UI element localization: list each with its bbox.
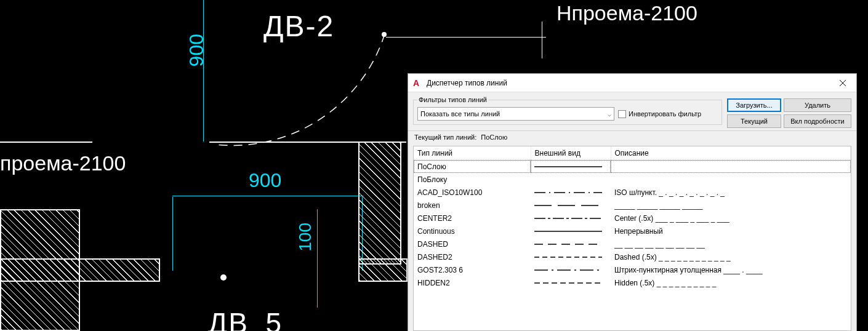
table-row[interactable]: ПоСлою — [414, 160, 851, 173]
linetype-name-cell: ПоБлоку — [414, 173, 531, 186]
table-row[interactable]: HIDDEN2Hidden (.5x) _ _ _ _ _ _ _ _ _ _ — [414, 276, 851, 289]
linetype-appearance-cell — [531, 250, 611, 263]
draw-line — [386, 37, 546, 38]
draw-line — [542, 22, 542, 58]
chevron-down-icon: ⌵ — [608, 111, 611, 118]
marker-dot — [382, 32, 387, 37]
linetype-description-cell: __ __ __ __ __ __ __ __ __ — [611, 237, 851, 250]
table-row[interactable]: broken_____ _____ _____ _____ — [414, 199, 851, 212]
dimension-900-horizontal: 900 — [249, 169, 281, 192]
button-column: Загрузить... Удалить Текущий Вкл подробн… — [727, 96, 851, 128]
linetype-table: Тип линий Внешний вид Описание ПоСлоюПоБ… — [414, 146, 851, 289]
linetype-description-cell — [611, 173, 851, 186]
linetype-name-cell: ACAD_ISO10W100 — [414, 186, 531, 199]
delete-button[interactable]: Удалить — [784, 98, 851, 112]
dimension-100: 100 — [295, 223, 315, 252]
filter-legend: Фильтры типов линий — [417, 96, 488, 103]
linetype-description-cell: Center (.5x) ___ _ ___ _ ___ _ ___ — [611, 212, 851, 225]
wall-hatch — [0, 258, 160, 282]
column-header-appearance[interactable]: Внешний вид — [531, 146, 611, 160]
table-row[interactable]: DASHED2Dashed (.5x) _ _ _ _ _ _ _ _ _ _ … — [414, 250, 851, 263]
details-button-label: Вкл подробности — [790, 118, 844, 125]
linetype-appearance-cell — [531, 263, 611, 276]
linetype-manager-dialog: A Диспетчер типов линий Фильтры типов ли… — [408, 73, 857, 331]
linetype-table-wrap: Тип линий Внешний вид Описание ПоСлоюПоБ… — [413, 146, 851, 331]
linetype-description-cell: ISO ш/пункт. _ . _ . _ . _ . _ . _ . _ — [611, 186, 851, 199]
linetype-appearance-cell — [531, 237, 611, 250]
checkbox-icon — [618, 110, 626, 118]
linetype-name-cell: HIDDEN2 — [414, 276, 531, 289]
table-row[interactable]: ContinuousНепрерывный — [414, 225, 851, 237]
linetype-name-cell: GOST2.303 6 — [414, 263, 531, 276]
table-row[interactable]: DASHED__ __ __ __ __ __ __ __ __ — [414, 237, 851, 250]
dim-line — [317, 209, 318, 308]
label-proema-right: Нпроема-2100 — [557, 1, 697, 25]
linetype-description-cell: Непрерывный — [611, 225, 851, 237]
draw-line — [0, 142, 92, 143]
details-button[interactable]: Вкл подробности — [784, 114, 851, 128]
linetype-name-cell: Continuous — [414, 225, 531, 237]
linetype-appearance-cell — [531, 212, 611, 225]
linetype-name-cell: CENTER2 — [414, 212, 531, 225]
table-row[interactable]: ПоБлоку — [414, 173, 851, 186]
column-header-name[interactable]: Тип линий — [414, 146, 531, 160]
close-button[interactable] — [829, 74, 856, 92]
close-icon — [840, 80, 846, 86]
invert-filter-label: Инвертировать фильтр — [629, 110, 701, 118]
wall-hatch — [358, 258, 408, 282]
linetype-description-cell: Hidden (.5x) _ _ _ _ _ _ _ _ _ _ — [611, 276, 851, 289]
filter-select[interactable]: Показать все типы линий ⌵ — [417, 107, 614, 121]
current-button-label: Текущий — [741, 118, 768, 125]
linetype-appearance-cell — [531, 173, 611, 186]
linetype-name-cell: DASHED — [414, 237, 531, 250]
table-row[interactable]: GOST2.303 6Штрих-пунктирная утолщенная _… — [414, 263, 851, 276]
label-dv5: ДВ_5 — [208, 306, 283, 331]
linetype-appearance-cell — [531, 199, 611, 212]
linetype-description-cell: Штрих-пунктирная утолщенная ____ . ____ — [611, 263, 851, 276]
dim-line — [172, 196, 363, 196]
linetype-appearance-cell — [531, 276, 611, 289]
load-button[interactable]: Загрузить... — [727, 98, 781, 112]
linetype-description-cell — [611, 160, 851, 173]
linetype-appearance-cell — [531, 186, 611, 199]
linetype-appearance-cell — [531, 160, 611, 173]
load-button-label: Загрузить... — [736, 102, 772, 109]
filter-row: Фильтры типов линий Показать все типы ли… — [408, 92, 856, 130]
dim-line — [172, 197, 173, 271]
linetype-name-cell: broken — [414, 199, 531, 212]
delete-button-label: Удалить — [805, 102, 830, 109]
table-row[interactable]: ACAD_ISO10W100ISO ш/пункт. _ . _ . _ . _… — [414, 186, 851, 199]
current-linetype-row: Текущий тип линий: ПоСлою — [408, 130, 856, 143]
dialog-title: Диспетчер типов линий — [427, 79, 829, 87]
dimension-900-vertical: 900 — [185, 34, 208, 66]
linetype-name-cell: ПоСлою — [414, 160, 531, 173]
linetype-description-cell: Dashed (.5x) _ _ _ _ _ _ _ _ _ _ _ _ — [611, 250, 851, 263]
label-proema-left: проема-2100 — [0, 151, 126, 175]
current-linetype-value: ПоСлою — [481, 134, 507, 141]
dialog-titlebar[interactable]: A Диспетчер типов линий — [408, 74, 856, 92]
current-linetype-label: Текущий тип линий: — [414, 134, 476, 141]
autocad-icon: A — [413, 78, 423, 88]
invert-filter-checkbox[interactable]: Инвертировать фильтр — [618, 110, 701, 118]
marker-dot — [220, 274, 227, 281]
linetype-name-cell: DASHED2 — [414, 250, 531, 263]
wall-hatch — [358, 142, 401, 265]
linetype-description-cell: _____ _____ _____ _____ — [611, 199, 851, 212]
filter-select-value: Показать все типы линий — [420, 110, 500, 118]
column-header-description[interactable]: Описание — [611, 146, 851, 160]
label-dv2: ДВ-2 — [263, 9, 334, 43]
current-button[interactable]: Текущий — [727, 114, 781, 128]
table-row[interactable]: CENTER2Center (.5x) ___ _ ___ _ ___ _ __… — [414, 212, 851, 225]
dim-line — [203, 0, 204, 142]
linetype-appearance-cell — [531, 225, 611, 237]
filter-fieldset: Фильтры типов линий Показать все типы ли… — [413, 96, 722, 125]
